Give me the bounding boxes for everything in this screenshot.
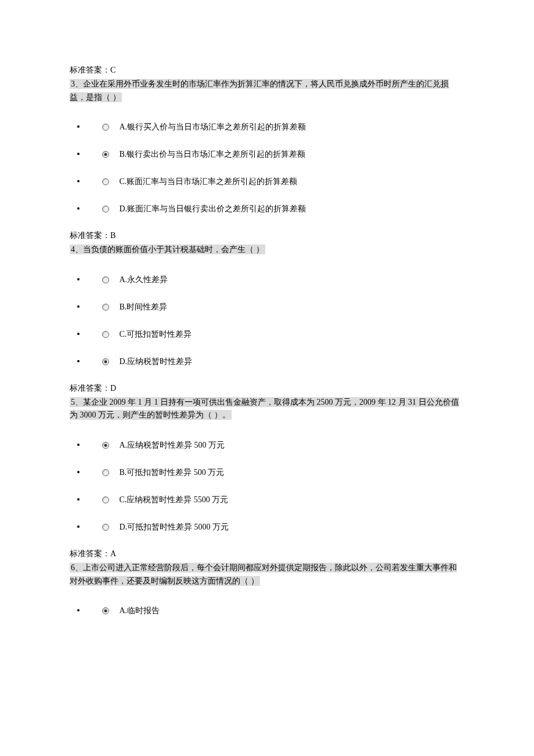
q5-options: A.应纳税暂时性差异 500 万元 B.可抵扣暂时性差异 500 万元 C.应纳…: [70, 438, 464, 534]
option-label: B.银行卖出价与当日市场汇率之差所引起的折算差额: [120, 150, 306, 159]
q2-answer: 标准答案：C: [70, 64, 464, 77]
list-item: B.可抵扣暂时性差异 500 万元: [86, 466, 464, 479]
radio-icon[interactable]: [102, 524, 109, 531]
list-item: B.时间性差异: [86, 300, 464, 314]
list-item: A.临时报告: [86, 604, 464, 617]
q4-options: A.永久性差异 B.时间性差异 C.可抵扣暂时性差异 D.应纳税暂时性差异: [70, 273, 464, 368]
list-item: A.银行买入价与当日市场汇率之差所引起的折算差额: [86, 120, 464, 134]
list-item: D.应纳税暂时性差异: [86, 355, 464, 368]
radio-icon[interactable]: [102, 607, 109, 614]
option-label: C.账面汇率与当日市场汇率之差所引起的折算差额: [120, 177, 298, 186]
list-item: B.银行卖出价与当日市场汇率之差所引起的折算差额: [86, 147, 464, 161]
q5-text: 5、某企业 2009 年 1 月 1 日持有一项可供出售金融资产，取得成本为 2…: [70, 397, 459, 420]
q4-answer: 标准答案：D: [70, 382, 464, 395]
radio-icon[interactable]: [102, 276, 109, 283]
option-label: C.应纳税暂时性差异 5500 万元: [120, 495, 229, 503]
q6-block: 6、上市公司进入正常经营阶段后，每个会计期间都应对外提供定期报告，除此以外，公司…: [70, 561, 464, 588]
list-item: C.账面汇率与当日市场汇率之差所引起的折算差额: [86, 175, 464, 188]
radio-icon[interactable]: [102, 442, 109, 449]
option-label: A.银行买入价与当日市场汇率之差所引起的折算差额: [120, 123, 306, 131]
radio-icon[interactable]: [102, 496, 109, 503]
q6-options: A.临时报告: [70, 604, 464, 617]
radio-icon[interactable]: [102, 124, 109, 131]
radio-icon[interactable]: [102, 358, 109, 365]
list-item: D.可抵扣暂时性差异 5000 万元: [86, 520, 464, 534]
radio-icon[interactable]: [102, 178, 109, 185]
option-label: A.临时报告: [120, 606, 160, 615]
list-item: A.永久性差异: [86, 273, 464, 286]
radio-icon[interactable]: [102, 304, 109, 311]
option-label: D.账面汇率与当日银行卖出价之差所引起的折算差额: [120, 204, 306, 213]
option-label: D.可抵扣暂时性差异 5000 万元: [120, 522, 229, 531]
option-label: A.永久性差异: [120, 275, 168, 283]
option-label: C.可抵扣暂时性差异: [120, 329, 192, 338]
option-label: B.可抵扣暂时性差异 500 万元: [120, 467, 225, 476]
radio-icon[interactable]: [102, 331, 109, 338]
list-item: D.账面汇率与当日银行卖出价之差所引起的折算差额: [86, 202, 464, 215]
q3-block: 3、企业在采用外币业务发生时的市场汇率作为折算汇率的情况下，将人民币兑换成外币时…: [70, 78, 464, 104]
option-label: B.时间性差异: [120, 302, 168, 311]
q3-text: 3、企业在采用外币业务发生时的市场汇率作为折算汇率的情况下，将人民币兑换成外币时…: [70, 79, 449, 102]
q6-text: 6、上市公司进入正常经营阶段后，每个会计期间都应对外提供定期报告，除此以外，公司…: [70, 563, 457, 585]
q4-block: 4、当负债的账面价值小于其计税基础时，会产生（ ）: [70, 243, 464, 256]
q3-options: A.银行买入价与当日市场汇率之差所引起的折算差额 B.银行卖出价与当日市场汇率之…: [70, 120, 464, 215]
q5-block: 5、某企业 2009 年 1 月 1 日持有一项可供出售金融资产，取得成本为 2…: [70, 396, 464, 422]
q3-answer: 标准答案：B: [70, 229, 464, 242]
radio-icon[interactable]: [102, 469, 109, 476]
option-label: A.应纳税暂时性差异 500 万元: [120, 440, 225, 449]
q5-answer: 标准答案：A: [70, 548, 464, 560]
q4-text: 4、当负债的账面价值小于其计税基础时，会产生（ ）: [70, 244, 265, 254]
radio-icon[interactable]: [102, 151, 109, 158]
option-label: D.应纳税暂时性差异: [120, 357, 193, 365]
radio-icon[interactable]: [102, 206, 109, 213]
list-item: A.应纳税暂时性差异 500 万元: [86, 438, 464, 452]
list-item: C.应纳税暂时性差异 5500 万元: [86, 493, 464, 506]
list-item: C.可抵扣暂时性差异: [86, 327, 464, 341]
